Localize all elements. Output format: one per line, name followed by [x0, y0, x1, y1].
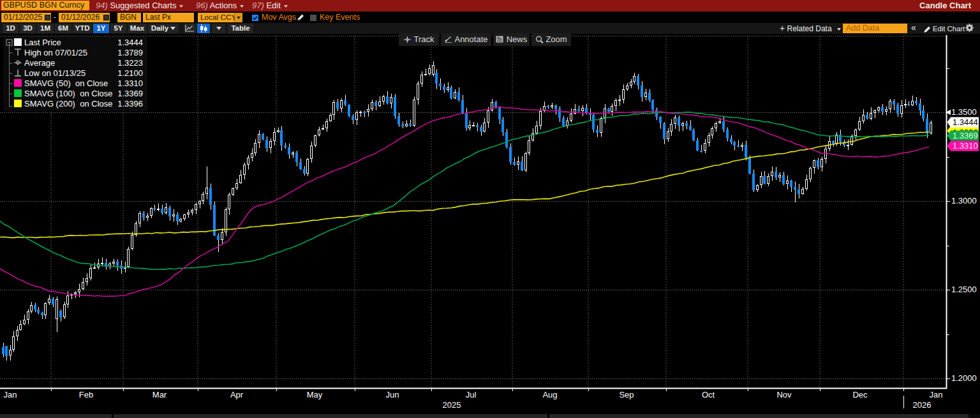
svg-text:2026: 2026 [913, 400, 932, 410]
svg-text:Jan: Jan [4, 390, 17, 399]
svg-text:SMAVG (100) on Close: SMAVG (100) on Close [24, 89, 112, 98]
svg-text:Mar: Mar [152, 390, 167, 399]
svg-text:1.3789: 1.3789 [117, 48, 143, 57]
svg-text:2025: 2025 [443, 400, 461, 410]
svg-text:Nov: Nov [776, 390, 792, 399]
svg-text:Jul: Jul [466, 390, 477, 399]
svg-text:Low on 01/13/25: Low on 01/13/25 [24, 68, 85, 78]
svg-text:Apr: Apr [230, 390, 244, 399]
svg-text:1.3369: 1.3369 [117, 89, 143, 98]
svg-text:SMAVG (50) on Close: SMAVG (50) on Close [24, 78, 108, 88]
svg-text:Dec: Dec [852, 390, 868, 399]
svg-text:1.3444: 1.3444 [117, 38, 143, 47]
svg-text:Feb: Feb [79, 390, 93, 399]
svg-text:1.3396: 1.3396 [117, 99, 143, 108]
svg-text:1.3369: 1.3369 [953, 131, 978, 140]
svg-text:1.3444: 1.3444 [953, 117, 978, 127]
svg-text:1.2500: 1.2500 [951, 285, 977, 294]
svg-text:1.3223: 1.3223 [117, 58, 143, 68]
svg-text:Last Price: Last Price [24, 38, 61, 47]
svg-text:May: May [307, 390, 323, 399]
svg-text:SMAVG (200) on Close: SMAVG (200) on Close [24, 99, 112, 108]
svg-text:Aug: Aug [542, 390, 557, 399]
svg-text:1.2000: 1.2000 [951, 373, 977, 383]
svg-text:1.3310: 1.3310 [117, 78, 143, 88]
svg-text:Oct: Oct [702, 390, 715, 399]
svg-text:Average: Average [24, 58, 55, 68]
svg-text:Jan: Jan [930, 390, 943, 399]
svg-text:1.3000: 1.3000 [951, 196, 977, 205]
svg-text:Sep: Sep [619, 390, 634, 399]
svg-text:1.3500: 1.3500 [951, 107, 977, 117]
svg-text:1.2100: 1.2100 [117, 68, 143, 78]
svg-text:1.3310: 1.3310 [953, 141, 978, 151]
svg-text:High on 07/01/25: High on 07/01/25 [24, 48, 87, 57]
svg-text:Jun: Jun [386, 390, 399, 399]
